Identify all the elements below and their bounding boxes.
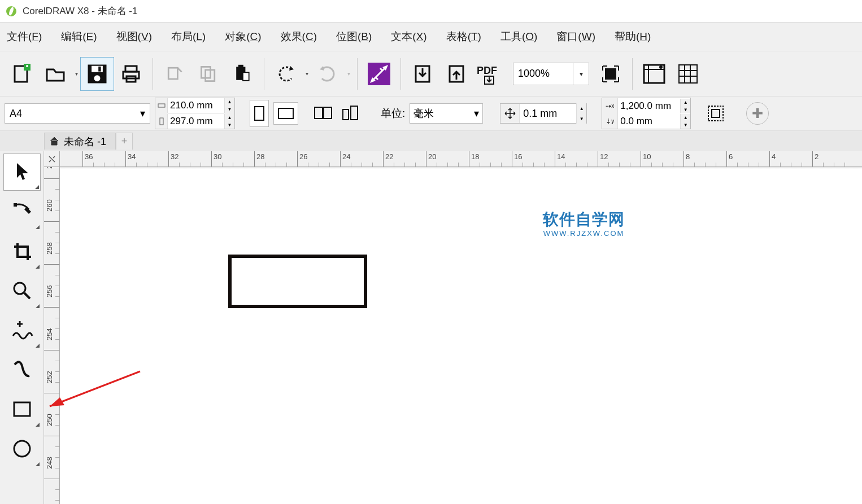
- toolbox: [0, 151, 44, 504]
- svg-rect-6: [98, 66, 101, 71]
- document-tab-bar: 未命名 -1 +: [0, 131, 862, 151]
- rulers-button[interactable]: [637, 57, 671, 91]
- new-button[interactable]: [5, 57, 38, 91]
- dropdown-icon: ▾: [140, 107, 145, 120]
- menu-tools[interactable]: 工具(O): [498, 27, 539, 46]
- width-spinner[interactable]: ▲▼: [224, 98, 234, 113]
- dup-y-input[interactable]: [618, 116, 680, 127]
- svg-rect-35: [351, 106, 358, 120]
- menu-table[interactable]: 表格(T): [444, 27, 484, 46]
- export-out-button[interactable]: [439, 57, 473, 91]
- menu-file[interactable]: 文件(F): [5, 27, 44, 46]
- import-button[interactable]: [362, 57, 396, 91]
- current-page-button[interactable]: [339, 102, 362, 125]
- redo-dropdown[interactable]: ▾: [345, 57, 352, 91]
- pick-tool[interactable]: [3, 154, 41, 191]
- export-in-button[interactable]: [406, 57, 439, 91]
- redo-button[interactable]: [311, 57, 345, 91]
- artistic-media-tool[interactable]: [3, 351, 41, 388]
- svg-point-26: [659, 65, 663, 69]
- save-button[interactable]: [80, 57, 114, 91]
- dup-y-spinner[interactable]: ▲▼: [680, 114, 690, 129]
- drawing-canvas[interactable]: 软件自学网 WWW.RJZXW.COM: [60, 167, 862, 504]
- menu-object[interactable]: 对象(C): [223, 27, 263, 46]
- page-edge: [60, 167, 862, 169]
- landscape-button[interactable]: [273, 102, 298, 125]
- menu-text[interactable]: 文本(X): [389, 27, 429, 46]
- duplicate-distance: ⇢x ▲▼ ⇣y ▲▼: [602, 98, 691, 129]
- options-button[interactable]: ✚: [746, 102, 769, 125]
- publish-pdf-button[interactable]: PDF: [473, 57, 507, 91]
- menu-window[interactable]: 窗口(W): [554, 27, 598, 46]
- app-title: CorelDRAW X8 - 未命名 -1: [23, 5, 137, 17]
- separator: [400, 58, 401, 90]
- svg-rect-33: [324, 107, 332, 119]
- home-icon: [49, 136, 60, 147]
- ellipse-tool[interactable]: [3, 430, 41, 467]
- undo-button[interactable]: [269, 57, 303, 91]
- grid-button[interactable]: [671, 57, 705, 91]
- horizontal-ruler[interactable]: 36343230282624222018161412108642: [60, 151, 862, 167]
- zoom-tool[interactable]: [3, 272, 41, 309]
- separator: [632, 58, 633, 90]
- svg-rect-30: [255, 107, 264, 120]
- page-height-input[interactable]: [168, 116, 224, 127]
- all-pages-button[interactable]: [312, 102, 334, 125]
- menu-effects[interactable]: 效果(C): [278, 27, 319, 46]
- svg-line-40: [24, 293, 30, 299]
- shape-tool[interactable]: [3, 193, 41, 230]
- menu-layout[interactable]: 布局(L): [169, 27, 208, 46]
- svg-rect-11: [168, 68, 177, 79]
- nudge-icon: [500, 104, 520, 123]
- menu-edit[interactable]: 编辑(E): [59, 27, 99, 46]
- print-button[interactable]: [114, 57, 148, 91]
- zoom-level[interactable]: ▾: [513, 63, 589, 85]
- menu-bar: 文件(F) 编辑(E) 视图(V) 布局(L) 对象(C) 效果(C) 位图(B…: [0, 23, 862, 51]
- svg-rect-18: [243, 73, 249, 80]
- svg-rect-36: [708, 106, 723, 121]
- menu-bitmap[interactable]: 位图(B): [334, 27, 374, 46]
- nudge-spinner[interactable]: ▲▼: [576, 103, 586, 124]
- menu-help[interactable]: 帮助(H): [612, 27, 653, 46]
- dup-x-spinner[interactable]: ▲▼: [680, 99, 690, 113]
- zoom-dropdown[interactable]: ▾: [573, 63, 589, 85]
- separator: [357, 58, 358, 90]
- nudge-distance: ▲▼: [500, 103, 587, 124]
- paper-size-select[interactable]: A4 ▾: [5, 103, 150, 124]
- page-width-input[interactable]: [168, 100, 224, 111]
- paste-button[interactable]: [225, 57, 259, 91]
- svg-rect-28: [158, 104, 165, 107]
- open-dropdown[interactable]: ▾: [72, 57, 80, 91]
- paper-size-value: A4: [10, 108, 22, 120]
- fullscreen-button[interactable]: [594, 57, 628, 91]
- rectangle-tool[interactable]: [3, 391, 41, 428]
- zoom-input[interactable]: [513, 68, 573, 80]
- crop-tool[interactable]: [3, 233, 41, 270]
- menu-view[interactable]: 视图(V): [114, 27, 154, 46]
- separator: [264, 58, 264, 90]
- open-button[interactable]: [38, 57, 72, 91]
- copy-button[interactable]: [191, 57, 225, 91]
- unit-label: 单位:: [381, 106, 405, 121]
- dup-x-input[interactable]: [618, 100, 680, 112]
- cut-button[interactable]: [158, 57, 191, 91]
- nudge-input[interactable]: [520, 108, 576, 120]
- dropdown-icon: ▾: [474, 107, 479, 120]
- dup-y-icon: ⇣y: [602, 113, 618, 129]
- height-spinner[interactable]: ▲▼: [224, 114, 234, 129]
- vertical-ruler[interactable]: 262260258256254252250248: [44, 167, 60, 504]
- portrait-button[interactable]: [250, 100, 269, 127]
- property-bar: A4 ▾ ▲▼ ▲▼ 单位: 毫米 ▾ ▲▼ ⇢x ▲▼: [0, 96, 862, 131]
- add-tab-button[interactable]: +: [116, 133, 133, 150]
- drawn-rectangle[interactable]: [228, 255, 367, 308]
- width-icon: [155, 98, 168, 113]
- undo-dropdown[interactable]: ▾: [303, 57, 311, 91]
- ruler-origin[interactable]: [44, 151, 60, 167]
- unit-select[interactable]: 毫米 ▾: [410, 103, 483, 124]
- document-tab[interactable]: 未命名 -1: [44, 133, 116, 150]
- treat-as-filled-button[interactable]: [704, 102, 727, 125]
- document-tab-label: 未命名 -1: [64, 135, 106, 148]
- svg-rect-24: [605, 68, 616, 80]
- freehand-tool[interactable]: [3, 312, 41, 349]
- watermark-title: 软件自学网: [543, 209, 625, 230]
